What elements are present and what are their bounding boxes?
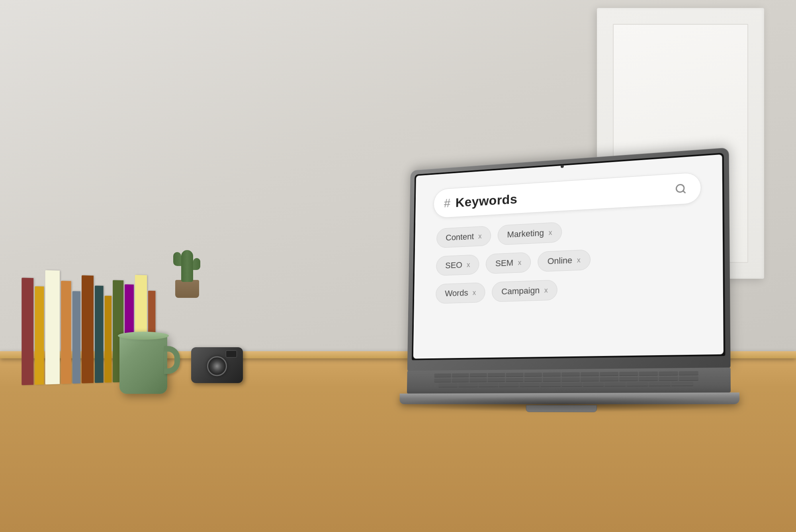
tags-row: SEOxSEMxOnlinex [436,245,697,276]
camera [191,347,243,383]
svg-line-1 [683,191,685,193]
keyboard-key [506,378,523,382]
tag-label: Online [548,256,572,267]
mug [119,334,167,394]
keyboard-key [438,383,458,387]
laptop-keyboard [407,368,731,393]
keyboard-key [506,373,523,377]
book [95,286,104,383]
keyboard-key [561,377,580,381]
book [72,291,80,383]
cactus [175,280,199,298]
keyboard-key [659,372,678,376]
tag-label: Marketing [507,228,544,240]
keyword-tag[interactable]: Onlinex [538,250,590,272]
mug-top [118,332,169,340]
search-icon[interactable] [672,180,689,198]
keyboard-key [561,383,582,387]
keyboard-key [600,377,618,381]
keyboard-key [583,383,604,387]
book [61,281,71,384]
keyboard-key [543,378,561,382]
tag-close-icon[interactable]: x [577,256,581,264]
cactus-arm-right [193,258,200,270]
cactus-pot [175,280,199,298]
keyboard-key [520,383,540,387]
tag-close-icon[interactable]: x [544,286,548,295]
keyboard-key [540,383,561,387]
book [35,286,44,385]
tag-close-icon[interactable]: x [467,261,470,269]
keyboard-key [434,374,451,377]
tag-close-icon[interactable]: x [549,229,552,237]
tag-close-icon[interactable]: x [518,258,522,267]
search-bar-left: # Keywords [444,192,518,211]
book [105,296,112,383]
keyboard-key [679,371,698,376]
camera-viewfinder [226,350,237,358]
keyboard-key [561,372,580,376]
keyboard-key [499,383,519,387]
tags-grid: ContentxMarketingxSEOxSEMxOnlinexWordsxC… [432,215,702,304]
keyword-tag[interactable]: SEMx [486,252,531,274]
keyboard-key [479,383,498,387]
tag-label: SEM [495,258,513,269]
keyboard-key [524,378,542,382]
keyword-text: Keywords [456,192,518,210]
keyboard-key [452,378,469,382]
keyword-tag[interactable]: Marketingx [498,222,562,245]
keyboard-key [659,377,678,381]
keyboard-key [639,377,658,381]
keyword-tag[interactable]: Wordsx [436,282,485,304]
keyboard-key [488,373,505,377]
book [22,278,33,385]
keyboard-key [469,373,487,377]
tag-close-icon[interactable]: x [473,289,476,297]
cactus-arm-left [173,252,181,266]
keyboard-key [434,379,451,383]
keyboard-key [619,372,638,376]
keyboard-key [600,372,618,376]
keyboard-rows [407,368,731,391]
keyboard-key [649,382,670,387]
keyboard-key [452,374,469,377]
scene: # Keywords ContentxMarketingxSEOxSEMxOnl… [0,0,796,532]
tag-label: Words [445,288,468,299]
laptop-screen-lid: # Keywords ContentxMarketingxSEOxSEMxOnl… [407,148,731,372]
tag-label: Campaign [501,286,540,297]
keyboard-key [543,373,561,377]
keyboard-key [458,383,478,387]
keyword-tag[interactable]: Campaignx [492,280,557,302]
keyboard-key [671,382,693,386]
keyboard-key [639,372,658,376]
keyword-tag[interactable]: Contentx [436,226,491,248]
tag-close-icon[interactable]: x [478,232,482,240]
keyboard-key [679,377,698,381]
tag-label: Content [446,232,474,243]
laptop-base-area [407,368,731,404]
tags-row: ContentxMarketingx [436,215,697,248]
search-bar[interactable]: # Keywords [433,172,701,219]
cactus-body [181,250,193,282]
tags-row: WordsxCampaignx [436,275,698,304]
camera-lens [207,356,227,376]
keyboard-key [469,378,487,382]
keyboard-key [581,372,599,376]
hash-symbol: # [444,196,451,211]
keyboard-key [524,373,542,377]
book [45,270,60,384]
keyword-tag[interactable]: SEOx [436,254,479,276]
keyboard-key [581,377,599,381]
tag-label: SEO [445,260,462,271]
mug-container [119,334,167,394]
keyboard-row-3 [414,382,722,387]
book [82,275,94,383]
keyboard-key [488,378,505,382]
keyboard-key [627,382,648,386]
laptop-display: # Keywords ContentxMarketingxSEOxSEMxOnl… [413,155,724,359]
keyboard-key [604,382,626,386]
laptop: # Keywords ContentxMarketingxSEOxSEMxOnl… [407,148,731,405]
laptop-bezel: # Keywords ContentxMarketingxSEOxSEMxOnl… [412,153,725,360]
keyboard-key [619,377,638,381]
